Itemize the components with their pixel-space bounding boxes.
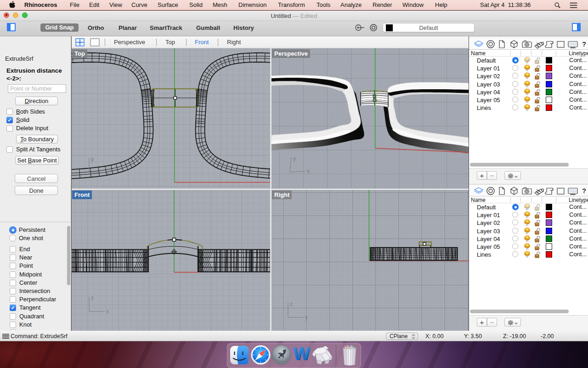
svg-text:x: x: [307, 168, 310, 174]
svg-text:W: W: [293, 345, 310, 363]
svg-text:?: ?: [582, 40, 586, 48]
svg-text:x: x: [106, 169, 109, 176]
svg-text:z: z: [91, 295, 94, 301]
svg-text:y: y: [293, 155, 296, 162]
svg-text:x: x: [106, 308, 109, 315]
svg-text:z: z: [290, 301, 293, 307]
svg-text:y: y: [91, 156, 94, 162]
svg-text:y: y: [305, 314, 308, 321]
svg-text:?: ?: [582, 187, 586, 195]
